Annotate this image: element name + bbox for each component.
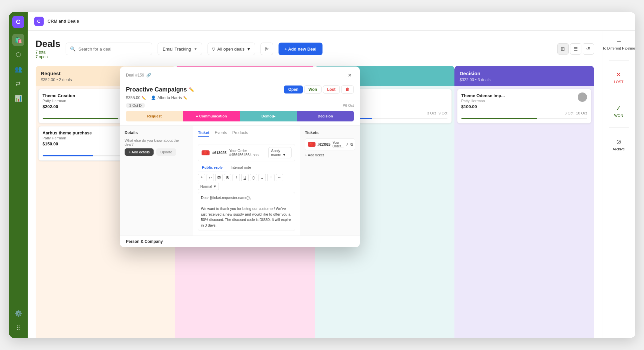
deal-modal: Deal #159 🔗 ✕ Proactive Campaigns ✏️ Ope… [120, 67, 360, 247]
kanban-view-button[interactable]: ⊞ [557, 43, 569, 55]
modal-header: Deal #159 🔗 ✕ [120, 67, 360, 82]
add-deal-button[interactable]: + Add new Deal [279, 43, 322, 55]
tab-events[interactable]: Events [215, 130, 227, 137]
pipeline-step-communication[interactable]: ● Communication [183, 111, 240, 121]
sidebar-divider [609, 60, 629, 61]
modal-tags-row: 3 Oct D P6 Oct [120, 103, 360, 111]
pipeline-step-request[interactable]: Request [126, 111, 183, 121]
ticket-copy-icon[interactable]: ⧉ [350, 142, 353, 147]
pipeline-dropdown[interactable]: Email Tracking ▼ [158, 43, 202, 55]
col-header-decision: Decision $322.00 • 3 deals [454, 66, 594, 86]
deal-date-end: 10 Oct [576, 111, 587, 115]
toolbar-format-select[interactable]: Normal ▼ [198, 183, 219, 190]
reply-toolbar: ❝ ↩ 🖼 B I U {} ≡ ⋮ ⋯ Normal ▼ [198, 174, 295, 190]
lost-button[interactable]: Lost [323, 86, 340, 93]
archive-icon: ⊘ [616, 138, 622, 146]
sidebar-action-archive[interactable]: ⊘ Archive [613, 138, 625, 151]
search-input[interactable] [78, 47, 148, 52]
sidebar-icon-transfer[interactable]: ⇄ [12, 78, 24, 90]
kanban-col-decision: Decision $322.00 • 3 deals Theme Odense … [454, 66, 594, 338]
add-details-button[interactable]: + Add details [125, 148, 154, 156]
sidebar-icon-users[interactable]: 👥 [12, 63, 24, 75]
toolbar-btn-list2[interactable]: ⋮ [267, 174, 275, 181]
toolbar-btn-undo[interactable]: ↩ [207, 174, 214, 181]
modal-close-button[interactable]: ✕ [346, 71, 354, 79]
modal-center-panel: Ticket Events Products 🔴 #613025 Your Or… [193, 126, 300, 236]
won-button[interactable]: Won [304, 86, 322, 93]
deal-title: Theme Odense Imp... [461, 93, 505, 98]
toolbar-btn-underline[interactable]: U [241, 174, 249, 181]
internal-note-tab[interactable]: Internal note [227, 164, 255, 171]
tab-products[interactable]: Products [232, 130, 248, 137]
delete-button[interactable]: 🗑 [341, 86, 354, 93]
right-sidebar: → To Different Pipeline ✕ LOST ✓ WON ⊘ A… [602, 31, 635, 338]
modal-date-end: P6 Oct [342, 103, 354, 107]
pipeline-step-demo[interactable]: Demo ▶ [240, 111, 297, 121]
filter-button[interactable]: ⫸ [261, 43, 273, 55]
open-button[interactable]: Open [284, 86, 303, 93]
search-box[interactable]: 🔍 [66, 43, 152, 55]
sidebar-action-lost[interactable]: ✕ LOST [614, 71, 624, 84]
modal-tabs: Ticket Events Products [198, 130, 295, 140]
lost-label: LOST [614, 80, 624, 84]
public-reply-tab[interactable]: Public reply [198, 164, 227, 171]
view-toggle-group: ⊞ ☰ ↺ [557, 43, 594, 55]
pipeline-step-decision[interactable]: Decision [297, 111, 354, 121]
deal-person: Patty Herrman [461, 99, 505, 103]
tickets-title: Tickets [305, 130, 355, 135]
toolbar-btn-bold[interactable]: B [224, 174, 231, 181]
sidebar-divider-3 [609, 127, 629, 128]
chevron-down-icon: ▼ [194, 47, 197, 51]
filter-dropdown[interactable]: ▽ All open deals ▼ [208, 43, 255, 55]
update-button[interactable]: Update [156, 148, 176, 156]
filter-label: All open deals [217, 47, 245, 52]
col-title-decision: Decision [460, 71, 589, 76]
toolbar-btn-code[interactable]: {} [250, 174, 257, 181]
sidebar-divider-2 [609, 94, 629, 94]
deal-date-end: 9 Oct [438, 111, 447, 115]
toolbar-btn-image[interactable]: 🖼 [215, 174, 223, 181]
reply-text: Dear {{ticket.requester.name}},We want t… [201, 195, 292, 228]
search-icon: 🔍 [70, 46, 76, 52]
toolbar-btn-list[interactable]: ≡ [259, 174, 266, 181]
deal-amount: $100.00 [461, 104, 505, 109]
edit-amount-icon[interactable]: ✏️ [142, 96, 146, 100]
chevron-down-icon: ▼ [247, 47, 251, 52]
app-logo[interactable]: C [12, 16, 24, 28]
ticket-id: #613025 [212, 151, 227, 155]
tab-ticket[interactable]: Ticket [198, 130, 209, 137]
sidebar-icon-chart[interactable]: 📊 [12, 92, 24, 104]
deal-card-theme-odense[interactable]: Theme Odense Imp... Patty Herrman $100.0… [457, 89, 591, 123]
list-view-button[interactable]: ☰ [570, 43, 581, 55]
filter-only-icon: ⫸ [264, 46, 270, 52]
refresh-button[interactable]: ↺ [583, 43, 594, 55]
sidebar-icon-grid[interactable]: ⠿ [12, 322, 24, 334]
col-meta-decision: $322.00 • 3 deals [460, 78, 589, 82]
sidebar-action-pipeline[interactable]: → To Different Pipeline [602, 37, 635, 50]
toolbar-btn-italic[interactable]: I [233, 174, 240, 181]
meta-amount: $355.00 ✏️ [126, 95, 146, 100]
page-header: Deals 7 total 7 open 🔍 Email Tracking ▼ [36, 39, 594, 59]
ticket-item[interactable]: 🔴 #613025 Your Order... ↗ ⧉ [305, 138, 355, 150]
sidebar-icon-settings[interactable]: ⚙️ [12, 307, 24, 319]
deal-progress [461, 118, 587, 119]
sidebar-icon-hex[interactable]: ⬡ [12, 49, 24, 61]
toolbar-btn-more[interactable]: ⋯ [276, 174, 283, 181]
deal-dates: 3 Oct 10 Oct [461, 111, 587, 115]
edit-owner-icon[interactable]: ✏️ [183, 96, 187, 100]
ticket-text: Your Order #4564564564 has [229, 149, 266, 157]
left-sidebar: C 🛍️ ⬡ 👥 ⇄ 📊 ⚙️ ⠿ [9, 12, 28, 338]
deal-date-start: 3 Oct [427, 111, 436, 115]
macro-select[interactable]: Apply macro ▼ [268, 147, 292, 158]
reply-body[interactable]: Dear {{ticket.requester.name}},We want t… [198, 192, 295, 231]
edit-title-icon[interactable]: ✏️ [189, 87, 194, 92]
ticket-item-badge: 🔴 [308, 142, 316, 147]
add-ticket-button[interactable]: + Add ticket [305, 153, 324, 157]
sidebar-icon-shop[interactable]: 🛍️ [12, 34, 24, 46]
toolbar-btn-quote[interactable]: ❝ [198, 174, 205, 181]
arrow-right-icon: → [615, 37, 622, 45]
sidebar-action-won[interactable]: ✓ WON [614, 104, 623, 117]
topbar: C CRM and Deals [28, 12, 635, 31]
ticket-external-link-icon[interactable]: ↗ [345, 142, 348, 147]
pipeline-steps: Request ● Communication Demo ▶ Decision [126, 111, 354, 121]
